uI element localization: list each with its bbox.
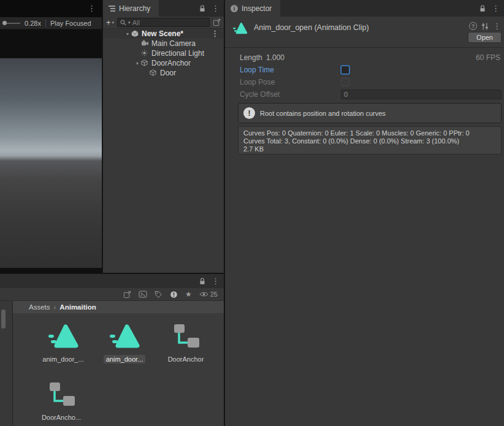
hierarchy-item-dooranchor[interactable]: ▼ DoorAnchor bbox=[103, 58, 224, 68]
hierarchy-icon bbox=[109, 6, 115, 12]
hierarchy-toolbar: + ▾ ▾ All bbox=[103, 17, 224, 29]
asset-menu-icon[interactable]: ⋮ bbox=[493, 22, 501, 30]
create-object-button[interactable]: + ▾ bbox=[106, 18, 114, 27]
asset-label: DoorAnchor bbox=[166, 355, 207, 363]
clip-stats-box: Curves Pos: 0 Quaternion: 0 Euler: 1 Sca… bbox=[238, 126, 502, 154]
game-view-panel: ⋮ 0.28x Play Focused bbox=[0, 0, 102, 273]
help-icon[interactable]: ? bbox=[469, 22, 477, 30]
scene-icon bbox=[131, 30, 139, 37]
hierarchy-menu-icon[interactable]: ⋮ bbox=[212, 4, 220, 12]
toolbar-divider bbox=[45, 20, 46, 27]
slider-knob-icon[interactable] bbox=[2, 21, 7, 25]
chevron-down-icon: ▾ bbox=[112, 20, 115, 25]
stats-line: Curves Total: 3, Constant: 0 (0.0%) Dens… bbox=[243, 137, 496, 145]
alert-icon[interactable] bbox=[170, 291, 178, 299]
cycle-offset-label: Cycle Offset bbox=[240, 90, 280, 99]
loop-time-checkbox[interactable] bbox=[341, 66, 349, 74]
inspector-body: Length 1.000 60 FPS Loop Time Loop Pose … bbox=[225, 48, 504, 426]
fps-value: 60 FPS bbox=[476, 53, 500, 62]
presets-icon[interactable] bbox=[481, 23, 489, 30]
animation-clip-icon bbox=[232, 21, 248, 37]
asset-label: anim_door_... bbox=[40, 355, 86, 363]
foldout-icon[interactable]: ▼ bbox=[124, 32, 131, 36]
asset-label: anim_door... bbox=[104, 355, 146, 363]
search-by-label-icon[interactable] bbox=[155, 291, 162, 299]
tab-hierarchy-label: Hierarchy bbox=[119, 4, 150, 13]
slider-track bbox=[7, 23, 20, 24]
cycle-offset-row: Cycle Offset 0 bbox=[225, 88, 504, 101]
scrollbar-thumb[interactable] bbox=[1, 310, 6, 329]
lock-icon[interactable] bbox=[479, 5, 486, 12]
open-button[interactable]: Open bbox=[468, 32, 502, 43]
lock-icon[interactable] bbox=[199, 278, 205, 285]
hierarchy-item-label: DoorAnchor bbox=[151, 59, 191, 67]
hierarchy-tabbar: Hierarchy ⋮ bbox=[103, 0, 224, 17]
scene-menu-icon[interactable]: ⋮ bbox=[211, 29, 219, 37]
length-label: Length bbox=[240, 53, 262, 62]
cube-icon bbox=[150, 69, 158, 77]
cycle-offset-field[interactable]: 0 bbox=[341, 89, 502, 99]
favorite-star-icon[interactable]: ★ bbox=[185, 291, 192, 298]
inspector-menu-icon[interactable]: ⋮ bbox=[492, 4, 500, 12]
scene-name: New Scene* bbox=[142, 29, 183, 38]
loop-time-label: Loop Time bbox=[240, 66, 274, 74]
open-search-window-icon[interactable] bbox=[123, 291, 131, 299]
play-focused-dropdown[interactable]: Play Focused bbox=[50, 20, 91, 27]
search-filter-label: All bbox=[132, 19, 140, 26]
animation-clip-icon bbox=[94, 318, 155, 350]
asset-item-anim-door-2[interactable]: anim_door... bbox=[94, 318, 155, 366]
hierarchy-item-door[interactable]: Door bbox=[103, 68, 224, 78]
camera-icon bbox=[141, 40, 149, 47]
hierarchy-panel: Hierarchy ⋮ + ▾ ▾ All bbox=[103, 0, 224, 273]
hidden-packages-toggle[interactable]: 25 bbox=[199, 291, 218, 298]
tab-inspector[interactable]: i Inspector bbox=[225, 0, 280, 17]
asset-header: Anim_door_open (Animation Clip) ? ⋮ Open bbox=[225, 17, 504, 48]
warning-text: Root contains position and rotation curv… bbox=[260, 110, 386, 117]
breadcrumb: Assets › Animaition bbox=[13, 301, 224, 313]
foldout-icon[interactable]: ▼ bbox=[134, 61, 141, 66]
asset-label: DoorAncho... bbox=[39, 413, 83, 422]
animator-controller-icon bbox=[31, 376, 92, 408]
loop-time-row: Loop Time bbox=[225, 64, 504, 76]
inspector-tabbar: i Inspector ⋮ bbox=[225, 0, 504, 17]
project-menu-icon[interactable]: ⋮ bbox=[212, 277, 220, 285]
project-content: Assets › Animaition anim_door_... bbox=[13, 301, 224, 426]
cycle-offset-value: 0 bbox=[344, 91, 348, 98]
open-search-window-icon[interactable] bbox=[213, 18, 221, 26]
game-view-tabbar: ⋮ bbox=[0, 0, 102, 17]
folder-tree-column bbox=[0, 301, 13, 426]
plus-icon: + bbox=[106, 18, 111, 27]
breadcrumb-current-folder[interactable]: Animaition bbox=[59, 303, 96, 311]
inspector-panel: i Inspector ⋮ Anim_door_open (Animation … bbox=[225, 0, 504, 426]
hierarchy-item-main-camera[interactable]: Main Camera bbox=[103, 39, 224, 48]
loop-pose-row: Loop Pose bbox=[225, 76, 504, 88]
hierarchy-tree: ▼ New Scene* ⋮ Main Camera Directional L… bbox=[103, 29, 224, 273]
search-by-type-icon[interactable] bbox=[139, 291, 147, 298]
breadcrumb-assets[interactable]: Assets bbox=[29, 303, 50, 311]
scale-slider[interactable] bbox=[2, 21, 20, 25]
length-row: Length 1.000 60 FPS bbox=[225, 51, 504, 64]
lock-icon[interactable] bbox=[199, 5, 205, 12]
game-viewport[interactable] bbox=[0, 29, 102, 273]
project-tabbar: ⋮ bbox=[0, 274, 224, 288]
hierarchy-search-input[interactable]: ▾ All bbox=[117, 18, 210, 27]
eye-icon bbox=[199, 291, 208, 297]
loop-pose-checkbox[interactable] bbox=[341, 78, 349, 86]
animation-clip-icon bbox=[32, 318, 94, 350]
length-value: 1.000 bbox=[266, 53, 284, 62]
project-panel: ⋮ ★ 25 bbox=[0, 274, 224, 426]
asset-item-dooranchor-2[interactable]: DoorAncho... bbox=[31, 376, 92, 424]
hierarchy-item-directional-light[interactable]: Directional Light bbox=[103, 48, 224, 58]
stats-line: 2.7 KB bbox=[243, 145, 496, 153]
asset-item-dooranchor[interactable]: DoorAnchor bbox=[155, 318, 216, 366]
light-icon bbox=[141, 50, 149, 57]
scene-row[interactable]: ▼ New Scene* ⋮ bbox=[103, 29, 224, 39]
game-view-menu-icon[interactable]: ⋮ bbox=[88, 4, 96, 12]
search-icon bbox=[120, 20, 126, 26]
stats-line: Curves Pos: 0 Quaternion: 0 Euler: 1 Sca… bbox=[243, 129, 496, 137]
unity-editor: ⋮ 0.28x Play Focused Hierarchy bbox=[0, 0, 504, 426]
asset-item-anim-door-1[interactable]: anim_door_... bbox=[32, 318, 94, 366]
breadcrumb-separator-icon: › bbox=[54, 303, 56, 311]
asset-title: Anim_door_open (Animation Clip) bbox=[254, 23, 369, 32]
tab-hierarchy[interactable]: Hierarchy bbox=[103, 0, 159, 17]
